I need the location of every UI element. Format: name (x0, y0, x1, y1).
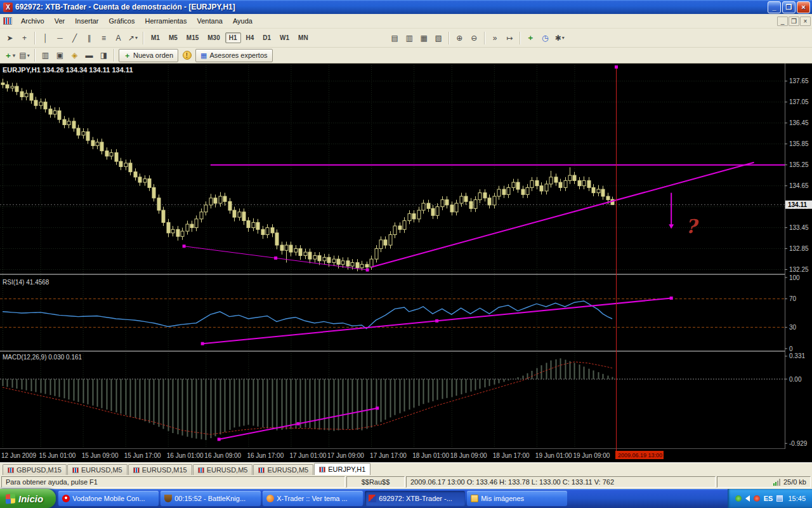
tile-vertical-button[interactable]: ▧ (431, 31, 446, 45)
cascade-windows-button[interactable]: ▥ (402, 31, 417, 45)
vertical-line-button[interactable]: │ (38, 31, 53, 45)
task-label: 00:15:52 - BattleKnig... (174, 495, 246, 502)
task-xtrader-forum[interactable]: X-Trader :: Ver tema ... (263, 491, 363, 506)
macd-tick-label: 0.00 (789, 376, 802, 383)
timeframe-d1[interactable]: D1 (259, 32, 275, 43)
timeframe-h1[interactable]: H1 (225, 32, 241, 43)
terminal-button[interactable]: ▬ (82, 48, 96, 62)
tab-eurusd-m5-a[interactable]: EURUSD,M5 (67, 464, 128, 475)
alert-button[interactable]: ! (180, 48, 194, 62)
status-account: $$Rau$$ (346, 476, 405, 488)
strategy-tester-button[interactable]: ◨ (96, 48, 111, 62)
task-my-pictures[interactable]: Mis imágenes (467, 491, 567, 506)
timeframe-h4[interactable]: H4 (242, 32, 258, 43)
mdi-close-button[interactable]: × (800, 17, 811, 26)
taskbar-items: Vodafone Mobile Con... 00:15:52 - Battle… (56, 491, 728, 506)
fibonacci-button[interactable]: ≡ (96, 31, 111, 45)
expert-advisors-button[interactable]: ▦ Asesores expertos (195, 49, 273, 62)
vertical-line-icon: │ (43, 34, 48, 43)
tile-horizontal-button[interactable]: ▦ (417, 31, 431, 45)
network-icon[interactable] (776, 495, 783, 502)
timeframe-w1[interactable]: W1 (276, 32, 293, 43)
market-watch-button[interactable]: ▥ (38, 48, 53, 62)
mdi-restore-button[interactable]: ❐ (789, 17, 799, 26)
status-bar: Para obtener ayuda, pulse F1 $$Rau$$ 200… (0, 475, 812, 489)
data-window-button[interactable]: ▣ (53, 48, 67, 62)
price-tick-label: 137.05 (789, 98, 809, 105)
timeframe-m30[interactable]: M30 (204, 32, 223, 43)
menu-ver[interactable]: Ver (49, 15, 70, 27)
close-button[interactable]: × (797, 1, 810, 13)
tab-eurusd-m5-c[interactable]: EURUSD,M5 (253, 464, 313, 475)
horizontal-line-button[interactable]: ─ (53, 31, 67, 45)
new-chart-button[interactable]: ＋▾ (3, 48, 17, 62)
timeframe-mn[interactable]: MN (294, 32, 312, 43)
system-tray: ES 15:45 (728, 489, 812, 508)
auto-scroll-button[interactable]: » (488, 31, 502, 45)
new-order-button[interactable]: ＋ Nueva orden (119, 49, 178, 62)
crosshair-tool-button[interactable]: + (17, 31, 32, 45)
menu-ayuda[interactable]: Ayuda (228, 15, 258, 27)
tab-eurusd-m5-b[interactable]: EURUSD,M5 (193, 464, 253, 475)
rsi-tick-label: 30 (789, 324, 797, 331)
time-tick-label: 18 Jun 09:00 (450, 452, 487, 459)
strategy-tester-icon: ◨ (100, 51, 107, 60)
start-label: Inicio (18, 493, 43, 504)
tile-windows-icon: ▤ (391, 34, 398, 43)
task-xtb-trader[interactable]: 692972: XTB-Trader -... (365, 491, 465, 506)
language-indicator[interactable]: ES (764, 495, 773, 502)
task-vodafone[interactable]: Vodafone Mobile Con... (58, 491, 159, 506)
tile-windows-button[interactable]: ▤ (388, 31, 402, 45)
tab-gbpusd-m15[interactable]: GBPUSD,M15 (3, 464, 67, 475)
messenger-icon[interactable] (735, 495, 742, 502)
volume-icon[interactable] (745, 495, 750, 502)
menu-graficos[interactable]: Gráficos (104, 15, 140, 27)
windows-flag-icon (6, 493, 15, 504)
menu-herramientas[interactable]: Herramientas (140, 15, 192, 27)
add-indicator-button[interactable]: ＋ (523, 31, 538, 45)
chart-properties-button[interactable]: ✱▾ (553, 31, 567, 45)
trendline-handle (376, 406, 379, 410)
tile-horizontal-icon: ▦ (421, 34, 428, 43)
tab-eurusd-m15[interactable]: EURUSD,M15 (128, 464, 192, 475)
menu-insertar[interactable]: Insertar (70, 15, 103, 27)
macd-tick-label: 0.331 (789, 352, 805, 359)
timeframe-m1[interactable]: M1 (147, 32, 164, 43)
zoom-out-button[interactable]: ⊖ (467, 31, 481, 45)
chart-shift-button[interactable]: ↦ (502, 31, 517, 45)
antivirus-icon[interactable] (754, 495, 760, 502)
timeframe-m15[interactable]: M15 (183, 32, 202, 43)
profiles-button[interactable]: ▤▾ (17, 48, 32, 62)
menu-ventana[interactable]: Ventana (192, 15, 228, 27)
trendline-button[interactable]: ╱ (67, 31, 82, 45)
task-battleknight[interactable]: 00:15:52 - BattleKnig... (160, 491, 261, 506)
time-tick-label: 16 Jun 17:00 (247, 452, 284, 459)
channel-button[interactable]: ∥ (82, 31, 96, 45)
minimize-button[interactable]: _ (768, 1, 781, 13)
trendline-handle (183, 244, 186, 248)
menu-archivo[interactable]: Archivo (16, 15, 49, 27)
svg-text:2009.06.19 13:00: 2009.06.19 13:00 (618, 452, 662, 458)
price-tick-label: 134.65 (789, 182, 809, 189)
navigator-button[interactable]: ◈ (67, 48, 82, 62)
text-tool-button[interactable]: A (111, 31, 126, 45)
window-title: 692972: XTB-Trader - Cuenta de demostrac… (15, 3, 766, 11)
data-window-icon: ▣ (56, 51, 63, 60)
mdi-minimize-button[interactable]: _ (777, 17, 788, 26)
periods-button[interactable]: ◷ (538, 31, 553, 45)
start-button[interactable]: Inicio (0, 489, 56, 508)
dropdown-icon: ▾ (27, 53, 30, 58)
market-watch-icon: ▥ (42, 51, 49, 60)
tab-eurjpy-h1[interactable]: EURJPY,H1 (314, 463, 370, 475)
plus-icon: ＋ (124, 51, 131, 60)
zoom-in-button[interactable]: ⊕ (452, 31, 467, 45)
chart-canvas[interactable]: ?137.65137.05136.45135.85135.25134.65134… (0, 64, 812, 462)
pointer-tool-button[interactable]: ➤ (3, 31, 17, 45)
timeframe-m5[interactable]: M5 (165, 32, 181, 43)
restore-button[interactable]: ❐ (782, 1, 796, 13)
svg-text:134.11: 134.11 (788, 201, 807, 208)
toolbar-separator (34, 49, 36, 62)
clock-icon: ◷ (542, 34, 548, 43)
trendline-handle (274, 257, 277, 260)
arrows-tool-button[interactable]: ↗▾ (126, 31, 140, 45)
